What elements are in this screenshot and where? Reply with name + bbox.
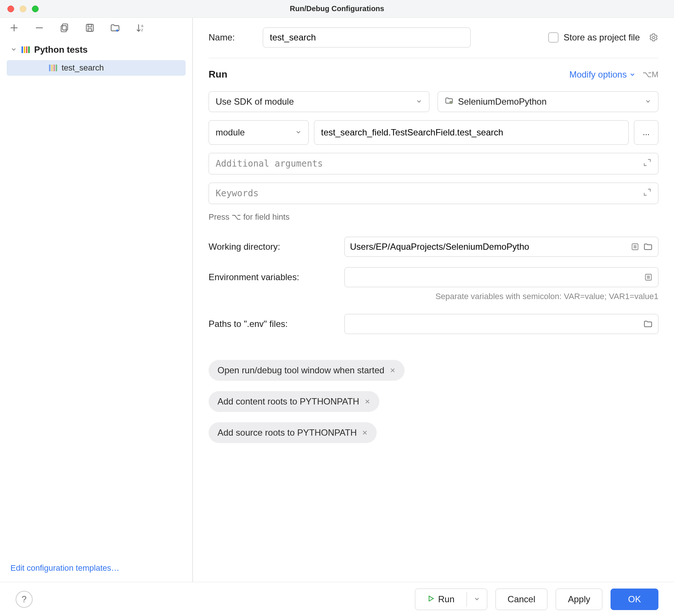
- close-window-button[interactable]: [7, 6, 14, 12]
- sort-icon[interactable]: az: [134, 22, 146, 34]
- name-input[interactable]: [263, 27, 471, 47]
- svg-rect-13: [22, 46, 23, 53]
- svg-marker-38: [429, 596, 433, 601]
- svg-rect-17: [49, 65, 50, 71]
- tree-root-label: Python tests: [34, 45, 88, 55]
- chevron-down-icon: [416, 96, 422, 107]
- store-as-project-checkbox[interactable]: [548, 32, 559, 43]
- env-vars-input-wrap: [344, 267, 658, 287]
- pytest-icon: [48, 63, 59, 72]
- cancel-button[interactable]: Cancel: [495, 589, 548, 610]
- sidebar-toolbar: az: [0, 18, 192, 38]
- window-title: Run/Debug Configurations: [0, 4, 674, 13]
- name-label: Name:: [209, 32, 253, 43]
- button-bar: ? Run Cancel Apply OK: [0, 582, 674, 616]
- chip-add-source-roots[interactable]: Add source roots to PYTHONPATH: [209, 422, 377, 443]
- chevron-down-icon: [629, 71, 636, 78]
- close-icon[interactable]: [390, 365, 396, 376]
- svg-rect-16: [28, 46, 30, 53]
- zoom-window-button[interactable]: [32, 6, 39, 12]
- modify-options-shortcut: ⌥M: [642, 70, 658, 79]
- config-sidebar: az Python tests test_search Edit configu…: [0, 18, 193, 582]
- gear-icon[interactable]: [649, 33, 658, 42]
- keywords-placeholder: Keywords: [216, 188, 259, 199]
- module-dropdown-label: SeleniumDemoPython: [458, 96, 547, 107]
- remove-config-icon[interactable]: [33, 22, 45, 34]
- folder-browse-icon[interactable]: [643, 242, 653, 252]
- list-icon[interactable]: [631, 242, 639, 251]
- target-path-input[interactable]: [314, 120, 629, 145]
- target-type-dropdown[interactable]: module: [209, 120, 309, 145]
- edit-configuration-templates-link[interactable]: Edit configuration templates…: [0, 554, 192, 582]
- env-vars-hint: Separate variables with semicolon: VAR=v…: [344, 292, 658, 301]
- modify-options-link[interactable]: Modify options: [569, 69, 636, 80]
- svg-text:z: z: [141, 27, 143, 32]
- keywords-input[interactable]: Keywords: [209, 183, 658, 204]
- run-button-label: Run: [438, 594, 455, 604]
- tree-item-test-search[interactable]: test_search: [7, 60, 186, 76]
- browse-target-button[interactable]: ...: [634, 120, 658, 145]
- additional-arguments-placeholder: Additional arguments: [216, 158, 323, 169]
- window-controls: [0, 6, 39, 12]
- run-button[interactable]: Run: [415, 589, 487, 610]
- svg-text:a: a: [141, 23, 143, 28]
- chip-label: Add source roots to PYTHONPATH: [217, 427, 357, 438]
- chip-add-content-roots[interactable]: Add content roots to PYTHONPATH: [209, 391, 379, 412]
- tree-item-label: test_search: [62, 63, 104, 73]
- pytest-icon: [21, 45, 31, 54]
- run-section-title: Run: [209, 69, 228, 80]
- svg-rect-18: [51, 65, 53, 71]
- env-files-input-wrap: [344, 314, 658, 334]
- module-folder-icon: [445, 96, 454, 107]
- svg-rect-14: [24, 46, 25, 53]
- working-directory-input[interactable]: [350, 242, 627, 252]
- ok-button[interactable]: OK: [611, 589, 658, 610]
- folder-browse-icon[interactable]: [643, 319, 653, 329]
- close-icon[interactable]: [364, 396, 370, 407]
- field-hint-text: Press ⌥ for field hints: [209, 212, 658, 222]
- config-tree: Python tests test_search: [0, 38, 192, 79]
- store-as-project-label: Store as project file: [564, 32, 640, 43]
- env-vars-label: Environment variables:: [209, 272, 335, 282]
- add-config-icon[interactable]: [8, 22, 20, 34]
- module-dropdown[interactable]: SeleniumDemoPython: [438, 91, 658, 112]
- chip-label: Open run/debug tool window when started: [217, 365, 385, 376]
- svg-rect-4: [61, 26, 66, 32]
- expand-icon[interactable]: [643, 188, 651, 199]
- target-type-label: module: [216, 127, 245, 138]
- save-config-icon[interactable]: [84, 22, 96, 34]
- sdk-selector-dropdown[interactable]: Use SDK of module: [209, 91, 429, 112]
- chevron-down-icon: [645, 96, 651, 107]
- additional-arguments-input[interactable]: Additional arguments: [209, 153, 658, 174]
- working-directory-label: Working directory:: [209, 242, 335, 252]
- svg-rect-7: [88, 29, 91, 31]
- form-pane: Name: Store as project file Run Modify o…: [193, 18, 674, 582]
- minimize-window-button[interactable]: [20, 6, 26, 12]
- svg-rect-15: [26, 46, 27, 53]
- list-icon[interactable]: [644, 273, 653, 282]
- svg-point-23: [449, 101, 452, 104]
- modify-options-label: Modify options: [569, 69, 627, 80]
- titlebar: Run/Debug Configurations: [0, 0, 674, 18]
- copy-config-icon[interactable]: [59, 22, 71, 34]
- folder-config-icon[interactable]: [109, 22, 121, 34]
- option-chips: Open run/debug tool window when started …: [209, 360, 658, 443]
- help-button[interactable]: ?: [16, 591, 33, 608]
- chip-open-tool-window[interactable]: Open run/debug tool window when started: [209, 360, 405, 381]
- svg-rect-5: [86, 24, 94, 32]
- expand-icon[interactable]: [643, 158, 651, 169]
- run-icon: [427, 594, 435, 604]
- svg-rect-3: [62, 24, 68, 30]
- chip-label: Add content roots to PYTHONPATH: [217, 396, 359, 407]
- working-directory-input-wrap: [344, 237, 658, 257]
- close-icon[interactable]: [362, 427, 368, 438]
- svg-rect-6: [88, 24, 91, 27]
- svg-point-21: [652, 36, 655, 39]
- svg-rect-19: [53, 65, 55, 71]
- run-button-more[interactable]: [467, 589, 487, 610]
- env-vars-input[interactable]: [350, 272, 640, 282]
- apply-button[interactable]: Apply: [556, 589, 602, 610]
- tree-root-python-tests[interactable]: Python tests: [7, 42, 186, 58]
- env-files-input[interactable]: [350, 319, 639, 329]
- chevron-down-icon: [295, 127, 302, 138]
